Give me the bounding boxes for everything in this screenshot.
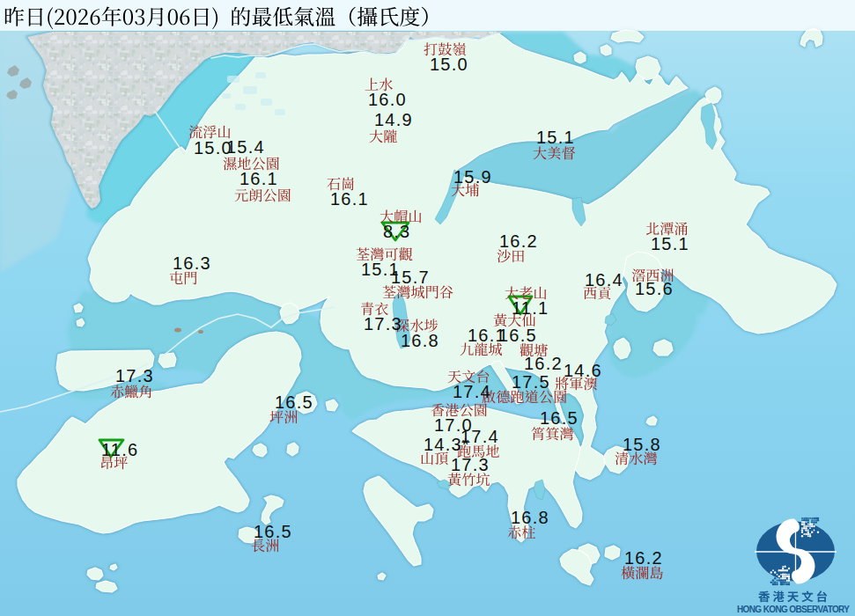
- svg-text:17.4: 17.4: [461, 427, 499, 446]
- svg-text:17.4: 17.4: [453, 382, 491, 401]
- svg-text:16.5: 16.5: [275, 392, 313, 412]
- svg-text:17.5: 17.5: [512, 372, 550, 392]
- svg-text:15.1: 15.1: [651, 234, 689, 253]
- svg-text:HONG KONG OBSERVATORY: HONG KONG OBSERVATORY: [737, 605, 850, 614]
- svg-text:16.8: 16.8: [511, 508, 549, 527]
- svg-text:16.8: 16.8: [401, 331, 439, 350]
- svg-text:8.3: 8.3: [383, 222, 410, 241]
- svg-text:17.3: 17.3: [115, 366, 154, 385]
- svg-text:16.2: 16.2: [524, 354, 563, 373]
- svg-text:15.8: 15.8: [623, 435, 661, 454]
- svg-text:16.1: 16.1: [240, 169, 278, 188]
- svg-text:14.9: 14.9: [374, 110, 413, 129]
- svg-text:15.1: 15.1: [536, 128, 575, 147]
- svg-text:16.4: 16.4: [585, 270, 623, 290]
- svg-text:14.6: 14.6: [564, 361, 602, 380]
- svg-text:17.3: 17.3: [451, 455, 490, 474]
- svg-text:16.2: 16.2: [499, 231, 538, 251]
- svg-text:15.6: 15.6: [635, 279, 674, 298]
- svg-text:16.5: 16.5: [254, 522, 292, 541]
- svg-text:15.9: 15.9: [453, 167, 492, 187]
- svg-text:16.1: 16.1: [468, 326, 506, 345]
- svg-text:16.1: 16.1: [330, 189, 369, 209]
- svg-text:15.7: 15.7: [391, 268, 430, 287]
- svg-text:16.0: 16.0: [368, 90, 407, 109]
- svg-text:15.0: 15.0: [430, 55, 468, 74]
- svg-text:17.3: 17.3: [364, 314, 402, 334]
- svg-text:16.5: 16.5: [540, 408, 579, 428]
- svg-text:16.3: 16.3: [173, 253, 211, 273]
- svg-text:11.6: 11.6: [101, 440, 138, 459]
- svg-text:11.1: 11.1: [512, 298, 549, 318]
- svg-text:15.4: 15.4: [226, 137, 265, 157]
- svg-text:16.2: 16.2: [624, 548, 663, 568]
